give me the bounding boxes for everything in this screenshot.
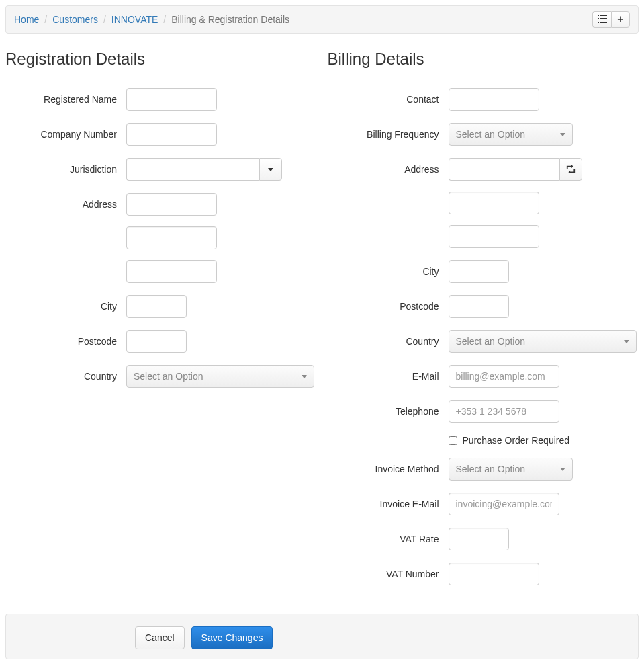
reg-address-line1-input[interactable] xyxy=(126,193,217,216)
svg-rect-0 xyxy=(598,15,599,16)
copy-address-button[interactable] xyxy=(559,158,582,181)
reg-country-label: Country xyxy=(5,365,126,388)
billing-contact-label: Contact xyxy=(328,88,449,111)
retweet-icon xyxy=(566,164,576,175)
po-required-label: Purchase Order Required xyxy=(463,435,570,446)
reg-country-select[interactable]: Select an Option xyxy=(126,365,314,388)
billing-country-select[interactable]: Select an Option xyxy=(449,330,637,353)
billing-frequency-selected: Select an Option xyxy=(456,129,526,140)
vat-rate-input[interactable] xyxy=(449,528,509,550)
jurisdiction-label: Jurisdiction xyxy=(5,158,126,181)
billing-address-line2-input[interactable] xyxy=(449,192,539,214)
registered-name-input[interactable] xyxy=(126,88,217,111)
billing-country-selected: Select an Option xyxy=(456,336,526,347)
reg-country-selected: Select an Option xyxy=(134,371,203,382)
reg-address-label: Address xyxy=(5,193,126,216)
chevron-down-icon xyxy=(268,168,273,171)
company-number-label: Company Number xyxy=(5,123,126,146)
registration-title: Registration Details xyxy=(5,50,317,69)
invoice-email-label: Invoice E-Mail xyxy=(328,493,449,515)
billing-telephone-label: Telephone xyxy=(328,400,449,423)
billing-address-line3-input[interactable] xyxy=(449,225,539,248)
invoice-method-label: Invoice Method xyxy=(328,458,449,481)
invoice-method-selected: Select an Option xyxy=(456,464,526,474)
jurisdiction-input[interactable] xyxy=(126,158,259,181)
breadcrumb-sep: / xyxy=(162,14,167,25)
add-button[interactable]: + xyxy=(611,11,630,28)
list-view-button[interactable] xyxy=(592,11,611,28)
jurisdiction-combobox[interactable] xyxy=(126,158,282,181)
vat-rate-label: VAT Rate xyxy=(328,528,449,550)
invoice-email-input[interactable] xyxy=(449,493,559,515)
billing-email-label: E-Mail xyxy=(328,365,449,388)
chevron-down-icon xyxy=(560,133,565,136)
vat-number-input[interactable] xyxy=(449,563,539,585)
billing-address-label: Address xyxy=(328,158,449,181)
billing-city-label: City xyxy=(328,260,449,283)
registered-name-label: Registered Name xyxy=(5,88,126,111)
breadcrumb-customers[interactable]: Customers xyxy=(52,14,98,25)
billing-frequency-label: Billing Frequency xyxy=(328,123,449,146)
reg-postcode-input[interactable] xyxy=(126,330,187,353)
reg-address-line3-input[interactable] xyxy=(126,260,217,283)
breadcrumb-home[interactable]: Home xyxy=(14,14,39,25)
divider xyxy=(328,73,639,73)
chevron-down-icon xyxy=(624,340,629,343)
breadcrumb-customer[interactable]: INNOVATE xyxy=(111,14,158,25)
form-footer: Cancel Save Changes xyxy=(5,614,639,659)
po-required-checkbox[interactable] xyxy=(449,436,457,445)
breadcrumb-current: Billing & Registration Details xyxy=(171,14,289,25)
topbar-actions: + xyxy=(592,11,630,28)
svg-rect-2 xyxy=(598,18,599,19)
billing-postcode-input[interactable] xyxy=(449,295,509,318)
billing-country-label: Country xyxy=(328,330,449,353)
reg-city-label: City xyxy=(5,295,126,318)
breadcrumb-sep: / xyxy=(102,14,107,25)
billing-contact-input[interactable] xyxy=(449,88,539,111)
company-number-input[interactable] xyxy=(126,123,217,146)
reg-city-input[interactable] xyxy=(126,295,187,318)
reg-postcode-label: Postcode xyxy=(5,330,126,353)
chevron-down-icon xyxy=(560,468,565,471)
svg-rect-4 xyxy=(598,22,599,23)
billing-address-line1-group xyxy=(449,158,582,181)
list-icon xyxy=(598,14,607,25)
billing-address-line1-input[interactable] xyxy=(449,158,559,181)
svg-rect-1 xyxy=(600,15,607,16)
svg-rect-5 xyxy=(600,22,607,23)
divider xyxy=(5,73,317,73)
billing-frequency-select[interactable]: Select an Option xyxy=(449,123,573,146)
billing-title: Billing Details xyxy=(328,50,639,69)
svg-rect-3 xyxy=(600,18,607,19)
billing-section: Billing Details Contact Billing Frequenc… xyxy=(328,44,639,597)
registration-section: Registration Details Registered Name Com… xyxy=(5,44,317,597)
invoice-method-select[interactable]: Select an Option xyxy=(449,458,573,481)
vat-number-label: VAT Number xyxy=(328,563,449,585)
po-required-row[interactable]: Purchase Order Required xyxy=(449,435,570,446)
billing-email-input[interactable] xyxy=(449,365,559,388)
billing-city-input[interactable] xyxy=(449,260,509,283)
billing-postcode-label: Postcode xyxy=(328,295,449,318)
billing-telephone-input[interactable] xyxy=(449,400,559,423)
cancel-button[interactable]: Cancel xyxy=(135,626,185,649)
reg-address-line2-input[interactable] xyxy=(126,226,217,249)
breadcrumb-sep: / xyxy=(43,14,48,25)
jurisdiction-dropdown-toggle[interactable] xyxy=(259,158,282,181)
save-button[interactable]: Save Changes xyxy=(191,626,273,649)
breadcrumb: Home / Customers / INNOVATE / Billing & … xyxy=(14,14,289,25)
plus-icon: + xyxy=(617,14,623,25)
chevron-down-icon xyxy=(302,375,307,378)
breadcrumb-bar: Home / Customers / INNOVATE / Billing & … xyxy=(5,5,639,34)
